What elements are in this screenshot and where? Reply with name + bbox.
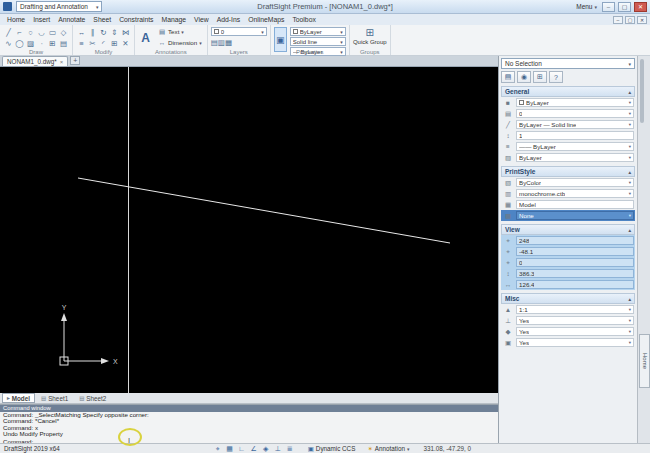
spline-icon[interactable]: ∿ <box>3 38 14 49</box>
tab-sheet[interactable]: Sheet <box>89 16 115 23</box>
drawing-canvas[interactable]: Y X <box>0 67 498 393</box>
polyline-icon[interactable]: ⌐ <box>14 27 25 38</box>
circle-icon[interactable]: ○ <box>25 27 36 38</box>
center-z-field[interactable]: 0 <box>516 258 634 267</box>
tab-annotate[interactable]: Annotate <box>54 16 89 23</box>
close-tab-icon[interactable]: × <box>60 59 64 65</box>
linescale-field[interactable]: 1 <box>516 131 634 140</box>
menu-button[interactable]: Menu ▾ <box>574 3 599 10</box>
canvas-graphics: Y X <box>0 67 498 393</box>
select-matching-button[interactable]: ⊞ <box>533 71 547 83</box>
quick-select-button[interactable]: ◉ <box>517 71 531 83</box>
section-view-header[interactable]: View ▴ <box>501 224 635 235</box>
tab-home[interactable]: Home <box>3 16 29 23</box>
tab-insert[interactable]: Insert <box>29 16 54 23</box>
text-dropdown-button[interactable]: ▤ Text ▾ <box>156 27 204 36</box>
mdi-close-button[interactable]: ✕ <box>637 16 647 24</box>
transparency-field[interactable]: ByLayer ▾ <box>516 153 634 162</box>
linestyle-combo[interactable]: Solid line ▾ <box>290 37 346 46</box>
offset-icon[interactable]: ≡ <box>76 38 87 49</box>
annotation-scale-button[interactable]: ✶ Annotation ▾ <box>367 445 409 453</box>
grid-icon[interactable]: ▦ <box>224 445 236 453</box>
printstyle-field[interactable]: ByColor ▾ <box>516 178 634 187</box>
printstyle-table-field[interactable]: monochrome.ctb ▾ <box>516 189 634 198</box>
copy-icon[interactable]: ∥ <box>87 27 98 38</box>
section-general-header[interactable]: General ▴ <box>501 86 635 97</box>
mdi-restore-button[interactable]: ▢ <box>625 16 635 24</box>
dimension-dropdown-button[interactable]: ↔ Dimension ▾ <box>156 38 204 47</box>
tab-onlinemaps[interactable]: OnlineMaps <box>244 16 288 23</box>
color-combo[interactable]: ByLayer ▾ <box>290 27 346 36</box>
polygon-icon[interactable]: ◇ <box>58 27 69 38</box>
annotation-scale-field[interactable]: 1:1 ▾ <box>516 305 634 314</box>
note-icon[interactable]: ▤ <box>58 38 69 49</box>
snap-icon[interactable]: ⌖ <box>212 445 224 453</box>
fillet-icon[interactable]: ◜ <box>98 38 109 49</box>
minimize-button[interactable]: – <box>602 2 615 12</box>
rotate-icon[interactable]: ↻ <box>98 27 109 38</box>
section-misc-header[interactable]: Misc ▴ <box>501 293 635 304</box>
layer-field[interactable]: 0 ▾ <box>516 109 634 118</box>
command-window[interactable]: Command window Command: _SelectMatching … <box>0 404 498 443</box>
etrack-icon[interactable]: ⊥ <box>272 445 284 453</box>
layer-states-icon[interactable]: ▥ <box>218 38 225 47</box>
close-button[interactable]: ✕ <box>634 2 647 12</box>
center-y-field[interactable]: -48.1 <box>516 247 634 256</box>
ellipse-icon[interactable]: ◯ <box>14 38 25 49</box>
ccs-icon-on-field[interactable]: Yes ▾ <box>516 316 634 325</box>
element-properties-button[interactable]: ▤ <box>501 71 515 83</box>
layer-combo[interactable]: 0 ▾ <box>211 27 267 36</box>
maximize-button[interactable]: ▢ <box>618 2 631 12</box>
properties-scrollbar[interactable] <box>640 59 644 123</box>
palette-tab-home[interactable]: Home <box>639 334 650 388</box>
lineweight-field[interactable]: —— ByLayer ▾ <box>516 142 634 151</box>
tab-sheet2[interactable]: ▤ Sheet2 <box>74 393 111 403</box>
text-tool-icon[interactable]: A <box>138 27 153 49</box>
section-printstyle-header[interactable]: PrintStyle ▴ <box>501 166 635 177</box>
ortho-icon[interactable]: ∟ <box>236 445 248 452</box>
tab-sheet1[interactable]: ▤ Sheet1 <box>36 393 73 403</box>
esnap-icon[interactable]: ◈ <box>260 445 272 453</box>
tab-manage[interactable]: Manage <box>158 16 191 23</box>
tab-constraints[interactable]: Constraints <box>115 16 157 23</box>
arc-icon[interactable]: ◡ <box>36 27 47 38</box>
dynamic-ccs-button[interactable]: ▣ Dynamic CCS <box>308 445 356 453</box>
mdi-minimize-button[interactable]: – <box>613 16 623 24</box>
section-title: View <box>505 226 520 233</box>
hatch-icon[interactable]: ▨ <box>25 38 36 49</box>
tab-view[interactable]: View <box>190 16 213 23</box>
ccs-origin-field[interactable]: Yes ▾ <box>516 327 634 336</box>
array-icon[interactable]: ⊞ <box>109 38 120 49</box>
new-document-tab-button[interactable]: + <box>70 56 80 65</box>
drawn-line[interactable] <box>78 178 450 243</box>
ccs-viewport-field[interactable]: Yes ▾ <box>516 338 634 347</box>
quick-group-button[interactable]: ⊞ Quick Group <box>353 27 387 45</box>
polar-icon[interactable]: ∠ <box>248 445 260 453</box>
rectangle-icon[interactable]: ▭ <box>47 27 58 38</box>
color-field[interactable]: ByLayer ▾ <box>516 98 634 107</box>
linestyle-field[interactable]: ByLayer — Solid line ▾ <box>516 120 634 129</box>
tab-model[interactable]: ▸ Model <box>2 393 35 403</box>
tab-addins[interactable]: Add-Ins <box>213 16 244 23</box>
printstyle-type-field[interactable]: None ▾ <box>516 211 634 220</box>
tab-toolbox[interactable]: Toolbox <box>288 16 319 23</box>
table-icon[interactable]: ⊞ <box>47 38 58 49</box>
help-button[interactable]: ? <box>549 71 563 83</box>
layer-preview-icon[interactable]: ▦ <box>225 38 232 47</box>
document-tab[interactable]: NONAM1_0.dwg* × <box>2 56 68 66</box>
selection-filter-combo[interactable]: No Selection ▾ <box>501 58 635 69</box>
view-width-field[interactable]: 126.4 <box>516 280 634 289</box>
printstyle-attached-field[interactable]: Model <box>516 200 634 209</box>
point-icon[interactable]: ∙ <box>36 38 47 49</box>
layers-manager-icon[interactable]: ▤ <box>211 38 218 47</box>
workspace-selector[interactable]: Drafting and Annotation ▾ <box>16 1 102 12</box>
scale-icon[interactable]: ⇕ <box>109 27 120 38</box>
lineweight-icon[interactable]: ≣ <box>284 445 296 453</box>
view-height-field[interactable]: 386.3 <box>516 269 634 278</box>
trim-icon[interactable]: ✂ <box>87 38 98 49</box>
move-icon[interactable]: ↔ <box>76 27 87 38</box>
center-x-field[interactable]: 248 <box>516 236 634 245</box>
mirror-icon[interactable]: ⋈ <box>120 27 131 38</box>
line-icon[interactable]: ╱ <box>3 27 14 38</box>
erase-icon[interactable]: ✕ <box>120 38 131 49</box>
